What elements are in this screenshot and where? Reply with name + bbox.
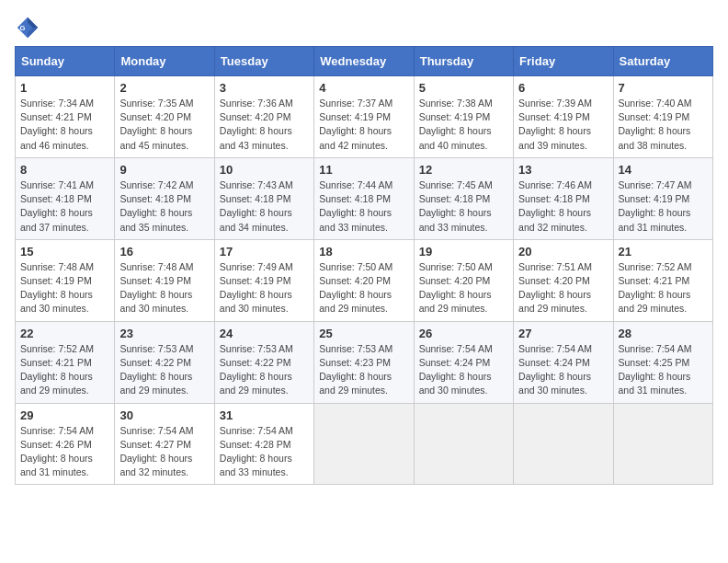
day-info: Sunrise: 7:54 AMSunset: 4:28 PMDaylight:… xyxy=(220,424,309,480)
header-cell-thursday: Thursday xyxy=(414,47,513,76)
header-cell-tuesday: Tuesday xyxy=(214,47,313,76)
logo-icon: G xyxy=(15,15,40,40)
day-info: Sunrise: 7:38 AMSunset: 4:19 PMDaylight:… xyxy=(419,97,508,153)
day-number: 1 xyxy=(20,81,109,95)
header-cell-wednesday: Wednesday xyxy=(314,47,414,76)
day-cell: 25Sunrise: 7:53 AMSunset: 4:23 PMDayligh… xyxy=(314,321,414,403)
day-number: 19 xyxy=(419,245,508,259)
day-number: 20 xyxy=(518,245,608,259)
header-cell-saturday: Saturday xyxy=(613,47,712,76)
day-cell: 31Sunrise: 7:54 AMSunset: 4:28 PMDayligh… xyxy=(214,403,313,485)
day-number: 11 xyxy=(319,163,408,177)
day-cell: 3Sunrise: 7:36 AMSunset: 4:20 PMDaylight… xyxy=(214,76,313,158)
day-cell: 20Sunrise: 7:51 AMSunset: 4:20 PMDayligh… xyxy=(514,239,613,321)
day-number: 27 xyxy=(518,327,608,340)
week-row-1: 1Sunrise: 7:34 AMSunset: 4:21 PMDaylight… xyxy=(16,76,713,158)
day-number: 22 xyxy=(20,327,109,340)
day-info: Sunrise: 7:44 AMSunset: 4:18 PMDaylight:… xyxy=(319,178,408,235)
day-number: 23 xyxy=(119,327,209,340)
week-row-2: 8Sunrise: 7:41 AMSunset: 4:18 PMDaylight… xyxy=(16,157,713,239)
day-number: 5 xyxy=(419,81,508,95)
day-cell: 6Sunrise: 7:39 AMSunset: 4:19 PMDaylight… xyxy=(514,76,613,158)
day-cell xyxy=(514,403,613,485)
day-info: Sunrise: 7:54 AMSunset: 4:25 PMDaylight:… xyxy=(619,342,708,398)
day-cell: 23Sunrise: 7:53 AMSunset: 4:22 PMDayligh… xyxy=(115,321,214,403)
day-cell: 26Sunrise: 7:54 AMSunset: 4:24 PMDayligh… xyxy=(414,321,513,403)
header-row: SundayMondayTuesdayWednesdayThursdayFrid… xyxy=(16,47,713,76)
day-info: Sunrise: 7:39 AMSunset: 4:19 PMDaylight:… xyxy=(518,97,608,153)
day-number: 6 xyxy=(518,81,608,95)
day-info: Sunrise: 7:48 AMSunset: 4:19 PMDaylight:… xyxy=(20,260,109,316)
day-cell: 18Sunrise: 7:50 AMSunset: 4:20 PMDayligh… xyxy=(314,239,414,321)
day-info: Sunrise: 7:48 AMSunset: 4:19 PMDaylight:… xyxy=(119,260,209,316)
day-info: Sunrise: 7:42 AMSunset: 4:18 PMDaylight:… xyxy=(119,178,209,235)
day-number: 2 xyxy=(119,81,209,95)
day-cell: 11Sunrise: 7:44 AMSunset: 4:18 PMDayligh… xyxy=(314,157,414,239)
day-number: 16 xyxy=(119,245,209,259)
day-number: 4 xyxy=(319,81,408,95)
day-number: 29 xyxy=(20,408,109,422)
logo: G xyxy=(15,15,44,40)
day-number: 26 xyxy=(419,327,508,340)
day-info: Sunrise: 7:52 AMSunset: 4:21 PMDaylight:… xyxy=(20,342,109,398)
day-cell: 7Sunrise: 7:40 AMSunset: 4:19 PMDaylight… xyxy=(613,76,712,158)
day-number: 14 xyxy=(619,163,708,177)
day-number: 3 xyxy=(220,81,309,95)
week-row-5: 29Sunrise: 7:54 AMSunset: 4:26 PMDayligh… xyxy=(16,403,713,485)
day-info: Sunrise: 7:53 AMSunset: 4:22 PMDaylight:… xyxy=(220,342,309,398)
day-info: Sunrise: 7:46 AMSunset: 4:18 PMDaylight:… xyxy=(518,178,608,235)
day-cell: 14Sunrise: 7:47 AMSunset: 4:19 PMDayligh… xyxy=(613,157,712,239)
day-info: Sunrise: 7:41 AMSunset: 4:18 PMDaylight:… xyxy=(20,178,109,235)
day-cell: 17Sunrise: 7:49 AMSunset: 4:19 PMDayligh… xyxy=(214,239,313,321)
day-number: 24 xyxy=(220,327,309,340)
day-info: Sunrise: 7:54 AMSunset: 4:24 PMDaylight:… xyxy=(518,342,608,398)
day-cell: 28Sunrise: 7:54 AMSunset: 4:25 PMDayligh… xyxy=(613,321,712,403)
day-info: Sunrise: 7:54 AMSunset: 4:24 PMDaylight:… xyxy=(419,342,508,398)
day-cell: 29Sunrise: 7:54 AMSunset: 4:26 PMDayligh… xyxy=(16,403,115,485)
calendar-table: SundayMondayTuesdayWednesdayThursdayFrid… xyxy=(15,46,713,485)
header-cell-friday: Friday xyxy=(514,47,613,76)
day-cell: 5Sunrise: 7:38 AMSunset: 4:19 PMDaylight… xyxy=(414,76,513,158)
day-cell: 15Sunrise: 7:48 AMSunset: 4:19 PMDayligh… xyxy=(16,239,115,321)
day-info: Sunrise: 7:49 AMSunset: 4:19 PMDaylight:… xyxy=(220,260,309,316)
day-cell: 19Sunrise: 7:50 AMSunset: 4:20 PMDayligh… xyxy=(414,239,513,321)
day-info: Sunrise: 7:54 AMSunset: 4:27 PMDaylight:… xyxy=(119,424,209,480)
calendar-body: 1Sunrise: 7:34 AMSunset: 4:21 PMDaylight… xyxy=(16,76,713,485)
day-info: Sunrise: 7:35 AMSunset: 4:20 PMDaylight:… xyxy=(119,97,209,153)
day-info: Sunrise: 7:51 AMSunset: 4:20 PMDaylight:… xyxy=(518,260,608,316)
day-cell: 4Sunrise: 7:37 AMSunset: 4:19 PMDaylight… xyxy=(314,76,414,158)
day-cell: 24Sunrise: 7:53 AMSunset: 4:22 PMDayligh… xyxy=(214,321,313,403)
day-cell: 10Sunrise: 7:43 AMSunset: 4:18 PMDayligh… xyxy=(214,157,313,239)
day-info: Sunrise: 7:40 AMSunset: 4:19 PMDaylight:… xyxy=(619,97,708,153)
week-row-4: 22Sunrise: 7:52 AMSunset: 4:21 PMDayligh… xyxy=(16,321,713,403)
day-cell xyxy=(314,403,414,485)
day-number: 28 xyxy=(619,327,708,340)
day-cell: 9Sunrise: 7:42 AMSunset: 4:18 PMDaylight… xyxy=(115,157,214,239)
day-cell: 1Sunrise: 7:34 AMSunset: 4:21 PMDaylight… xyxy=(16,76,115,158)
day-cell: 22Sunrise: 7:52 AMSunset: 4:21 PMDayligh… xyxy=(16,321,115,403)
day-info: Sunrise: 7:52 AMSunset: 4:21 PMDaylight:… xyxy=(619,260,708,316)
day-number: 7 xyxy=(619,81,708,95)
day-number: 21 xyxy=(619,245,708,259)
day-info: Sunrise: 7:47 AMSunset: 4:19 PMDaylight:… xyxy=(619,178,708,235)
day-number: 8 xyxy=(20,163,109,177)
day-cell xyxy=(414,403,513,485)
header-cell-sunday: Sunday xyxy=(16,47,115,76)
day-info: Sunrise: 7:37 AMSunset: 4:19 PMDaylight:… xyxy=(319,97,408,153)
day-number: 9 xyxy=(119,163,209,177)
day-number: 25 xyxy=(319,327,408,340)
day-number: 17 xyxy=(220,245,309,259)
day-info: Sunrise: 7:43 AMSunset: 4:18 PMDaylight:… xyxy=(220,178,309,235)
day-info: Sunrise: 7:53 AMSunset: 4:22 PMDaylight:… xyxy=(119,342,209,398)
day-number: 30 xyxy=(119,408,209,422)
day-cell: 8Sunrise: 7:41 AMSunset: 4:18 PMDaylight… xyxy=(16,157,115,239)
day-cell: 27Sunrise: 7:54 AMSunset: 4:24 PMDayligh… xyxy=(514,321,613,403)
day-number: 31 xyxy=(220,408,309,422)
day-number: 15 xyxy=(20,245,109,259)
day-info: Sunrise: 7:53 AMSunset: 4:23 PMDaylight:… xyxy=(319,342,408,398)
day-info: Sunrise: 7:54 AMSunset: 4:26 PMDaylight:… xyxy=(20,424,109,480)
day-number: 13 xyxy=(518,163,608,177)
day-info: Sunrise: 7:34 AMSunset: 4:21 PMDaylight:… xyxy=(20,97,109,153)
page-header: G xyxy=(15,15,713,40)
week-row-3: 15Sunrise: 7:48 AMSunset: 4:19 PMDayligh… xyxy=(16,239,713,321)
